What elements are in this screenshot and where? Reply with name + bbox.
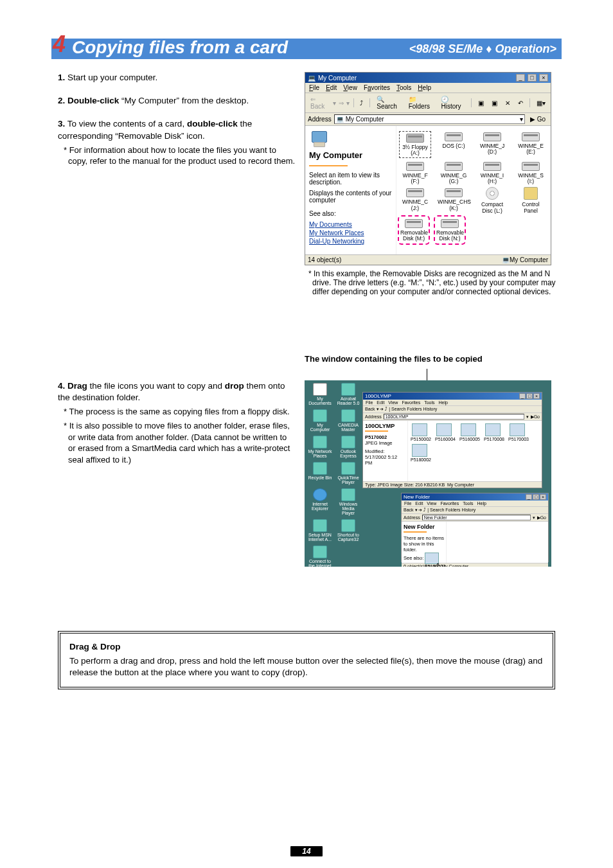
drive-floppy-a[interactable]: 3½ Floppy (A:) [399,131,431,158]
link-dialup-networking[interactable]: Dial-Up Networking [309,238,392,245]
drive-h[interactable]: WINME_I (H:) [476,161,508,185]
go-button[interactable]: ▶ Go [528,116,548,123]
menu-favorites[interactable]: Favorites [364,84,390,91]
steps-column: 1. Start up your computer. 2. Double-cli… [51,72,296,296]
toolbar-forward[interactable]: ⇒ [339,100,344,107]
menu-view[interactable]: View [343,84,357,91]
toolbar-search[interactable]: 🔍 Search [374,94,403,111]
minimize-button[interactable]: _ [519,393,526,399]
toolbar-fwd-drop[interactable]: ▾ [346,100,350,107]
sw-toolbar[interactable]: Back ▾ ➔ ⤴ | Search Folders History [363,406,542,413]
maximize-button[interactable]: □ [533,494,539,500]
address-dropdown[interactable]: ▾ [533,515,535,520]
drive-i[interactable]: WINME_S (I:) [515,161,547,185]
menu-favorites[interactable]: Favorites [402,400,420,405]
step-text: Start up your computer. [67,73,157,82]
menu-view[interactable]: View [388,400,398,405]
step-number: 4. [58,381,65,391]
menu-tools[interactable]: Tools [424,400,434,405]
drive-cd[interactable]: Compact Disc (L:) [476,187,508,214]
menu-file[interactable]: File [366,400,373,405]
close-button[interactable]: × [539,74,548,82]
drive-j[interactable]: WINME_C (J:) [399,187,431,214]
maximize-button[interactable]: □ [528,74,537,82]
status-type: Type: JPEG Image Size: 216 KB [365,483,430,487]
close-button[interactable]: × [533,393,540,399]
drive-e[interactable]: WINME_E (E:) [515,131,547,158]
maximize-button[interactable]: □ [526,393,533,399]
menu-view[interactable]: View [427,501,436,506]
toolbar-copyto[interactable]: ▣ [489,98,500,108]
icon-recycle[interactable]: Recycle Bin [307,462,333,484]
file-item[interactable]: P5150002 [411,423,429,441]
window-menubar: File Edit View Favorites Tools Help [305,83,551,93]
file-item[interactable]: P5160005 [459,423,477,441]
address-input[interactable]: New Folder [422,515,531,520]
icon-ie[interactable]: Internet Explorer [307,488,333,515]
link-my-network-places[interactable]: My Network Places [309,229,392,236]
minimize-button[interactable]: _ [516,74,525,82]
toolbar-views[interactable]: ▦▾ [534,98,548,108]
icon-msn[interactable]: Setup MSN Internet A... [307,519,333,542]
menu-favorites[interactable]: Favorites [440,501,459,506]
icon-outlook[interactable]: Outlook Express [335,436,361,458]
menu-tools[interactable]: Tools [463,501,473,506]
see-also-label: See also: [309,210,392,217]
go-button[interactable]: ▶Go [537,515,546,520]
menu-file[interactable]: File [404,501,411,506]
sw-titlebar[interactable]: New Folder _□× [402,493,548,500]
menu-file[interactable]: File [309,84,319,91]
icon-my-documents[interactable]: My Documents [307,383,333,405]
toolbar-folders[interactable]: 📁 Folders [406,94,436,111]
toolbar-back-drop[interactable]: ▾ [333,100,336,107]
toolbar-back[interactable]: ⇐ Back [308,94,330,111]
toolbar-up[interactable]: ⤴ [357,98,366,108]
drive-c[interactable]: DOS (C:) [438,131,470,158]
file-item[interactable]: P5170008 [484,423,502,441]
icon-camedia[interactable]: CAMEDIA Master [335,409,361,432]
address-input[interactable]: 100OLYMP [384,414,524,420]
close-button[interactable]: × [540,494,546,500]
icon-my-computer[interactable]: My Computer [307,409,333,432]
icon-quicktime[interactable]: QuickTime Player [335,462,361,484]
drive-d[interactable]: WINME_J (D:) [476,131,508,158]
toolbar-undo[interactable]: ↶ [515,98,526,108]
address-dropdown[interactable]: ▾ [526,414,529,420]
menu-tools[interactable]: Tools [396,84,411,91]
toolbar-moveto[interactable]: ▣ [475,98,486,108]
sw-menubar: File Edit View Favorites Tools Help [363,400,542,406]
file-item[interactable]: P5160004 [435,423,453,441]
drive-removable-n[interactable]: Removable Disk (N:) [434,215,466,245]
minimize-button[interactable]: _ [526,494,532,500]
destination-folder-window[interactable]: New Folder _□× File Edit View Favorites … [401,493,549,562]
menu-edit[interactable]: Edit [326,84,337,91]
icon-acrobat[interactable]: Acrobat Reader 5.0 [335,383,361,405]
file-item[interactable]: P5180002 [411,444,429,462]
address-dropdown[interactable]: ▾ [520,116,523,123]
link-my-documents[interactable]: My Documents [309,221,392,228]
icon-capture[interactable]: Shortcut to Capture32 [335,519,361,542]
toolbar-history[interactable]: 🕘 History [438,94,467,111]
menu-edit[interactable]: Edit [415,501,423,506]
sw-toolbar[interactable]: Back ▾ ➔ ⤴ | Search Folders History [402,507,548,514]
drive-k[interactable]: WINME_CHS (K:) [438,187,470,214]
sw-titlebar[interactable]: 100OLYMP _□× [363,393,542,400]
drive-f[interactable]: WINME_F (F:) [399,161,431,185]
address-input[interactable]: 💻 My Computer ▾ [334,114,525,124]
menu-help[interactable]: Help [439,400,448,405]
drive-removable-m[interactable]: Removable Disk (M:) [398,215,430,245]
menu-help[interactable]: Help [418,84,431,91]
icon-wmp[interactable]: Windows Media Player [335,488,361,515]
sw-drop-area[interactable]: P5170002 ↖ [447,522,548,563]
icon-network-places[interactable]: My Network Places [307,436,333,458]
window-titlebar[interactable]: 💻 My Computer _ □ × [305,73,551,83]
drive-g[interactable]: WINME_G (G:) [438,161,470,185]
icon-connect[interactable]: Connect to the Internet [307,545,333,567]
go-button[interactable]: ▶Go [531,414,540,420]
menu-edit[interactable]: Edit [377,400,384,405]
menu-help[interactable]: Help [477,501,486,506]
file-item[interactable]: P5170003 [508,423,526,441]
source-folder-window[interactable]: 100OLYMP _□× File Edit View Favorites To… [362,392,542,488]
control-panel[interactable]: Control Panel [515,187,547,214]
toolbar-delete[interactable]: ✕ [502,98,513,108]
